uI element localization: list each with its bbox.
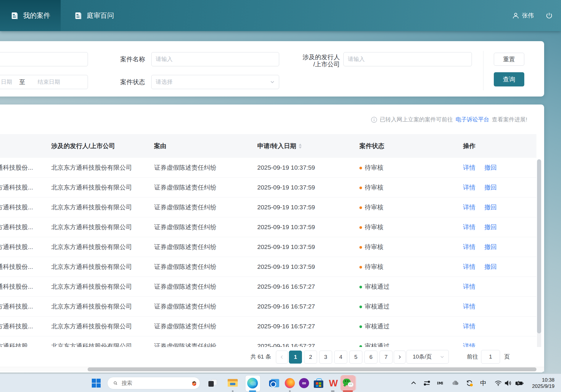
taskbar-search-input[interactable] xyxy=(121,380,191,387)
next-page-button[interactable] xyxy=(394,351,406,364)
tray-clock[interactable]: 10:38 2025/9/19 xyxy=(532,374,554,392)
tray-onedrive[interactable] xyxy=(451,374,459,392)
firefox-button[interactable] xyxy=(284,374,296,392)
status-dot-icon xyxy=(359,206,362,209)
cell-cause: 证券虚假陈述责任纠纷 xyxy=(149,223,253,231)
cell-case-name: 方通科技股... xyxy=(0,302,46,311)
case-status-select[interactable]: 请选择 xyxy=(151,75,279,89)
action-link[interactable]: 撤回 xyxy=(484,164,497,171)
total-count: 共 61 条 xyxy=(250,351,271,363)
status-text: 待审核 xyxy=(365,164,383,171)
purple-infinity-app-button[interactable]: ∞ xyxy=(298,374,310,392)
chevron-left-icon xyxy=(280,355,284,359)
cell-cause: 证券虚假陈述责任纠纷 xyxy=(149,163,253,172)
wechat-button[interactable] xyxy=(340,375,355,391)
microsoft-store-button[interactable] xyxy=(312,374,325,392)
col-issuer: 涉及的发行人/上市公司 xyxy=(46,142,149,150)
start-button[interactable] xyxy=(90,374,103,392)
cell-date: 2025-09-19 10:37:59 xyxy=(253,204,354,211)
notice-bar: 已转入网上立案的案件可前往电子诉讼平台查看案件进展! xyxy=(371,115,527,124)
case-name-input[interactable] xyxy=(151,52,279,66)
action-link[interactable]: 详情 xyxy=(463,283,475,290)
wps-office-button[interactable]: W xyxy=(327,374,340,392)
status-dot-icon xyxy=(359,246,362,249)
action-link[interactable]: 撤回 xyxy=(484,204,497,211)
taskbar-search-box[interactable] xyxy=(107,377,200,389)
tray-m-app[interactable] xyxy=(437,374,445,392)
user-menu[interactable]: 张伟 xyxy=(512,12,534,20)
status-text: 审核通过 xyxy=(365,303,390,310)
ime-label: 中 xyxy=(480,379,486,387)
action-link[interactable]: 详情 xyxy=(463,204,475,211)
firefox-icon xyxy=(285,378,295,388)
status-dot-icon xyxy=(359,226,362,229)
page-button-6[interactable]: 6 xyxy=(364,351,377,364)
goto-label: 前往 xyxy=(467,350,478,364)
cell-status: 审核通过 xyxy=(354,342,458,347)
sort-date-icon[interactable] xyxy=(299,144,302,149)
file-explorer-button[interactable] xyxy=(226,374,239,392)
action-link[interactable]: 撤回 xyxy=(484,184,497,191)
action-link[interactable]: 详情 xyxy=(463,224,475,230)
cell-date: 2025-09-16 16:57:27 xyxy=(253,283,354,290)
tab-my-cases[interactable]: 我的案件 xyxy=(0,0,61,31)
action-link[interactable]: 详情 xyxy=(463,184,475,191)
action-link[interactable]: 详情 xyxy=(463,263,475,270)
tray-wifi[interactable] xyxy=(494,374,502,392)
task-view-button[interactable] xyxy=(206,374,219,392)
tab-court-faq[interactable]: 庭审百问 xyxy=(68,0,120,31)
action-link[interactable]: 撤回 xyxy=(484,263,497,270)
query-button[interactable]: 查询 xyxy=(494,72,524,86)
cell-cause: 证券虚假陈述责任纠纷 xyxy=(149,282,253,291)
cell-actions: 详情撤回 xyxy=(458,163,536,172)
action-link[interactable]: 撤回 xyxy=(484,224,497,230)
vertical-scrollbar-thumb[interactable] xyxy=(537,159,541,333)
microsoft-store-icon xyxy=(314,378,323,388)
tray-show-hidden-icons[interactable] xyxy=(410,374,417,392)
tray-volume[interactable] xyxy=(504,374,512,392)
running-indicator xyxy=(289,391,291,392)
page-button-1[interactable]: 1 xyxy=(289,351,302,364)
cell-cause: 证券虚假陈述责任纠纷 xyxy=(149,263,253,271)
issuer-input[interactable] xyxy=(343,52,472,66)
date-range-picker[interactable]: 日期 至 结束日期 xyxy=(0,75,88,89)
action-link[interactable]: 详情 xyxy=(463,243,475,250)
goto-page-input[interactable] xyxy=(481,350,500,364)
cell-case-name: 方通科技股... xyxy=(0,183,46,192)
e-litigation-platform-link[interactable]: 电子诉讼平台 xyxy=(456,116,489,123)
tray-mixer[interactable] xyxy=(423,374,430,392)
page-button-3[interactable]: 3 xyxy=(319,351,332,364)
prev-page-button[interactable] xyxy=(276,351,288,364)
windows-taskbar: ∞ W xyxy=(0,374,561,392)
horizontal-scrollbar-thumb[interactable] xyxy=(88,367,536,371)
action-link[interactable]: 撤回 xyxy=(484,243,497,250)
edge-button[interactable] xyxy=(243,374,262,392)
cell-actions: 详情撤回 xyxy=(458,223,536,231)
search-icon xyxy=(113,380,118,386)
cell-status: 待审核 xyxy=(354,163,458,172)
tray-sync[interactable] xyxy=(465,374,474,392)
table-row: 方通科技股...北京东方通科技股份有限公司证券虚假陈述责任纠纷2025-09-1… xyxy=(0,297,536,317)
cell-status: 待审核 xyxy=(354,183,458,192)
status-text: 审核通过 xyxy=(365,323,390,330)
page-button-7[interactable]: 7 xyxy=(380,351,393,364)
cell-cause: 证券虚假陈述责任纠纷 xyxy=(149,243,253,251)
app-window: 我的案件 庭审百问 张伟 xyxy=(0,0,561,392)
action-link[interactable]: 详情 xyxy=(463,164,475,171)
cell-case-name: 方通科技股... xyxy=(0,223,46,231)
logout-power-icon[interactable] xyxy=(546,12,553,19)
tray-ime-chinese[interactable]: 中 xyxy=(480,374,486,392)
action-link[interactable]: 详情 xyxy=(463,323,475,330)
action-link[interactable]: 详情 xyxy=(463,343,475,347)
page-button-2[interactable]: 2 xyxy=(304,351,317,364)
case-number-input[interactable] xyxy=(0,52,88,66)
page-size-select[interactable]: 10条/页 xyxy=(406,350,449,364)
page-button-4[interactable]: 4 xyxy=(334,351,347,364)
outlook-button[interactable] xyxy=(267,374,281,392)
tray-battery[interactable] xyxy=(515,374,524,392)
reset-button[interactable]: 重置 xyxy=(494,53,524,66)
action-link[interactable]: 详情 xyxy=(463,303,475,310)
tab-court-faq-label: 庭审百问 xyxy=(87,11,114,20)
page-button-5[interactable]: 5 xyxy=(349,351,362,364)
cell-case-name: 方通科技股... xyxy=(0,322,46,330)
